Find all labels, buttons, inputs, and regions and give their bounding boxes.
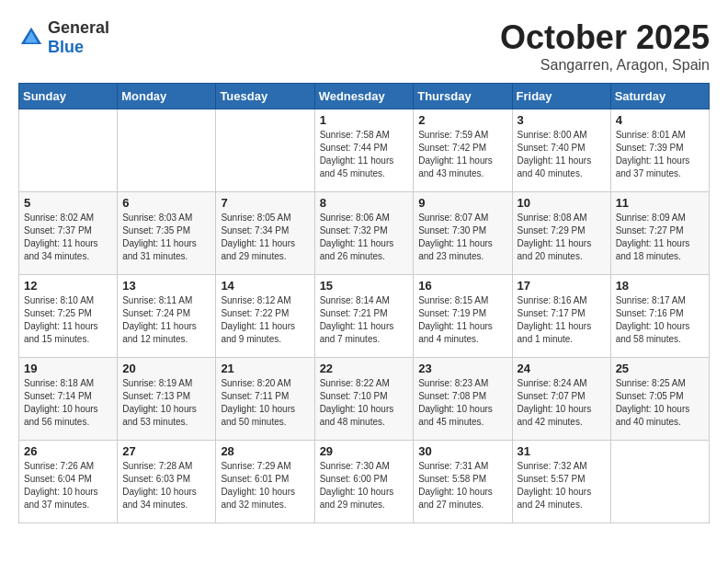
calendar-day-cell: 17Sunrise: 8:16 AMSunset: 7:17 PMDayligh…	[512, 275, 610, 358]
weekday-header-cell: Tuesday	[216, 84, 314, 109]
calendar-day-cell: 4Sunrise: 8:01 AMSunset: 7:39 PMDaylight…	[610, 109, 709, 192]
day-number: 19	[24, 362, 112, 375]
day-info: Sunrise: 8:05 AMSunset: 7:34 PMDaylight:…	[221, 212, 309, 263]
calendar-day-cell	[118, 109, 216, 192]
day-info: Sunrise: 8:23 AMSunset: 7:08 PMDaylight:…	[418, 377, 506, 429]
calendar-day-cell: 15Sunrise: 8:14 AMSunset: 7:21 PMDayligh…	[314, 275, 414, 358]
day-info: Sunrise: 8:07 AMSunset: 7:30 PMDaylight:…	[418, 212, 506, 263]
calendar-week-row: 19Sunrise: 8:18 AMSunset: 7:14 PMDayligh…	[19, 358, 710, 441]
weekday-header-cell: Saturday	[610, 84, 709, 109]
day-number: 5	[24, 196, 112, 210]
weekday-header-cell: Wednesday	[314, 84, 414, 109]
day-number: 24	[518, 362, 606, 375]
logo: General Blue	[18, 18, 109, 57]
day-info: Sunrise: 8:12 AMSunset: 7:22 PMDaylight:…	[221, 294, 309, 346]
day-number: 20	[122, 362, 210, 375]
day-number: 17	[518, 279, 606, 293]
day-info: Sunrise: 8:20 AMSunset: 7:11 PMDaylight:…	[221, 377, 309, 429]
calendar-day-cell: 8Sunrise: 8:06 AMSunset: 7:32 PMDaylight…	[314, 192, 414, 275]
day-info: Sunrise: 7:58 AMSunset: 7:44 PMDaylight:…	[320, 129, 409, 180]
calendar-day-cell: 24Sunrise: 8:24 AMSunset: 7:07 PMDayligh…	[512, 358, 610, 441]
day-info: Sunrise: 8:15 AMSunset: 7:19 PMDaylight:…	[418, 294, 506, 346]
calendar-day-cell: 14Sunrise: 8:12 AMSunset: 7:22 PMDayligh…	[216, 275, 314, 358]
weekday-header-cell: Sunday	[19, 84, 118, 109]
calendar-day-cell: 2Sunrise: 7:59 AMSunset: 7:42 PMDaylight…	[414, 109, 512, 192]
day-info: Sunrise: 8:00 AMSunset: 7:40 PMDaylight:…	[518, 129, 606, 180]
weekday-header-row: SundayMondayTuesdayWednesdayThursdayFrid…	[19, 84, 710, 109]
day-number: 7	[221, 196, 309, 210]
day-info: Sunrise: 7:31 AMSunset: 5:58 PMDaylight:…	[418, 460, 506, 511]
month-title: October 2025	[500, 18, 710, 57]
location-title: Sangarren, Aragon, Spain	[500, 57, 710, 74]
calendar-day-cell: 21Sunrise: 8:20 AMSunset: 7:11 PMDayligh…	[216, 358, 314, 441]
calendar-day-cell: 13Sunrise: 8:11 AMSunset: 7:24 PMDayligh…	[118, 275, 216, 358]
day-info: Sunrise: 7:30 AMSunset: 6:00 PMDaylight:…	[320, 460, 409, 511]
calendar-week-row: 1Sunrise: 7:58 AMSunset: 7:44 PMDaylight…	[19, 109, 710, 192]
weekday-header-cell: Friday	[512, 84, 610, 109]
day-info: Sunrise: 7:26 AMSunset: 6:04 PMDaylight:…	[24, 460, 112, 511]
calendar-week-row: 5Sunrise: 8:02 AMSunset: 7:37 PMDaylight…	[19, 192, 710, 275]
day-number: 30	[418, 444, 506, 458]
day-info: Sunrise: 8:09 AMSunset: 7:27 PMDaylight:…	[616, 212, 704, 263]
calendar-day-cell: 3Sunrise: 8:00 AMSunset: 7:40 PMDaylight…	[512, 109, 610, 192]
day-number: 1	[320, 113, 409, 127]
calendar-day-cell: 1Sunrise: 7:58 AMSunset: 7:44 PMDaylight…	[314, 109, 414, 192]
day-number: 9	[418, 196, 506, 210]
day-number: 29	[320, 444, 409, 458]
day-info: Sunrise: 8:06 AMSunset: 7:32 PMDaylight:…	[320, 212, 409, 263]
day-info: Sunrise: 7:28 AMSunset: 6:03 PMDaylight:…	[122, 460, 210, 511]
day-info: Sunrise: 8:18 AMSunset: 7:14 PMDaylight:…	[24, 377, 112, 429]
day-info: Sunrise: 7:29 AMSunset: 6:01 PMDaylight:…	[221, 460, 309, 511]
day-number: 10	[518, 196, 606, 210]
day-info: Sunrise: 7:59 AMSunset: 7:42 PMDaylight:…	[418, 129, 506, 180]
day-number: 13	[122, 279, 210, 293]
calendar-day-cell: 23Sunrise: 8:23 AMSunset: 7:08 PMDayligh…	[414, 358, 512, 441]
day-info: Sunrise: 8:08 AMSunset: 7:29 PMDaylight:…	[518, 212, 606, 263]
calendar-day-cell: 10Sunrise: 8:08 AMSunset: 7:29 PMDayligh…	[512, 192, 610, 275]
calendar-body: 1Sunrise: 7:58 AMSunset: 7:44 PMDaylight…	[19, 109, 710, 523]
day-info: Sunrise: 8:24 AMSunset: 7:07 PMDaylight:…	[518, 377, 606, 429]
calendar-day-cell: 9Sunrise: 8:07 AMSunset: 7:30 PMDaylight…	[414, 192, 512, 275]
calendar-day-cell: 22Sunrise: 8:22 AMSunset: 7:10 PMDayligh…	[314, 358, 414, 441]
day-info: Sunrise: 8:17 AMSunset: 7:16 PMDaylight:…	[616, 294, 704, 346]
calendar-day-cell	[19, 109, 118, 192]
day-info: Sunrise: 8:01 AMSunset: 7:39 PMDaylight:…	[616, 129, 704, 180]
day-number: 26	[24, 444, 112, 458]
title-area: October 2025 Sangarren, Aragon, Spain	[500, 18, 710, 74]
day-number: 15	[320, 279, 409, 293]
calendar-day-cell	[216, 109, 314, 192]
day-info: Sunrise: 8:25 AMSunset: 7:05 PMDaylight:…	[616, 377, 704, 429]
day-number: 11	[616, 196, 704, 210]
calendar-day-cell: 6Sunrise: 8:03 AMSunset: 7:35 PMDaylight…	[118, 192, 216, 275]
day-info: Sunrise: 8:16 AMSunset: 7:17 PMDaylight:…	[518, 294, 606, 346]
page-header: General Blue October 2025 Sangarren, Ara…	[18, 18, 710, 74]
calendar-day-cell: 5Sunrise: 8:02 AMSunset: 7:37 PMDaylight…	[19, 192, 118, 275]
calendar-day-cell: 7Sunrise: 8:05 AMSunset: 7:34 PMDaylight…	[216, 192, 314, 275]
calendar-day-cell: 26Sunrise: 7:26 AMSunset: 6:04 PMDayligh…	[19, 441, 118, 523]
calendar-day-cell: 19Sunrise: 8:18 AMSunset: 7:14 PMDayligh…	[19, 358, 118, 441]
day-info: Sunrise: 8:14 AMSunset: 7:21 PMDaylight:…	[320, 294, 409, 346]
day-number: 4	[616, 113, 704, 127]
day-info: Sunrise: 8:10 AMSunset: 7:25 PMDaylight:…	[24, 294, 112, 346]
day-number: 25	[616, 362, 704, 375]
weekday-header-cell: Monday	[118, 84, 216, 109]
day-info: Sunrise: 8:22 AMSunset: 7:10 PMDaylight:…	[320, 377, 409, 429]
day-number: 18	[616, 279, 704, 293]
calendar-day-cell: 11Sunrise: 8:09 AMSunset: 7:27 PMDayligh…	[610, 192, 709, 275]
day-number: 6	[122, 196, 210, 210]
logo-icon	[18, 25, 44, 51]
calendar-week-row: 26Sunrise: 7:26 AMSunset: 6:04 PMDayligh…	[19, 441, 710, 523]
calendar-day-cell: 16Sunrise: 8:15 AMSunset: 7:19 PMDayligh…	[414, 275, 512, 358]
day-info: Sunrise: 8:11 AMSunset: 7:24 PMDaylight:…	[122, 294, 210, 346]
calendar-day-cell: 30Sunrise: 7:31 AMSunset: 5:58 PMDayligh…	[414, 441, 512, 523]
day-number: 16	[418, 279, 506, 293]
calendar-day-cell: 25Sunrise: 8:25 AMSunset: 7:05 PMDayligh…	[610, 358, 709, 441]
calendar-day-cell	[610, 441, 709, 523]
logo-text-general: General	[48, 18, 109, 37]
day-number: 8	[320, 196, 409, 210]
calendar-day-cell: 18Sunrise: 8:17 AMSunset: 7:16 PMDayligh…	[610, 275, 709, 358]
day-number: 14	[221, 279, 309, 293]
day-number: 31	[518, 444, 606, 458]
calendar-day-cell: 31Sunrise: 7:32 AMSunset: 5:57 PMDayligh…	[512, 441, 610, 523]
calendar-day-cell: 20Sunrise: 8:19 AMSunset: 7:13 PMDayligh…	[118, 358, 216, 441]
